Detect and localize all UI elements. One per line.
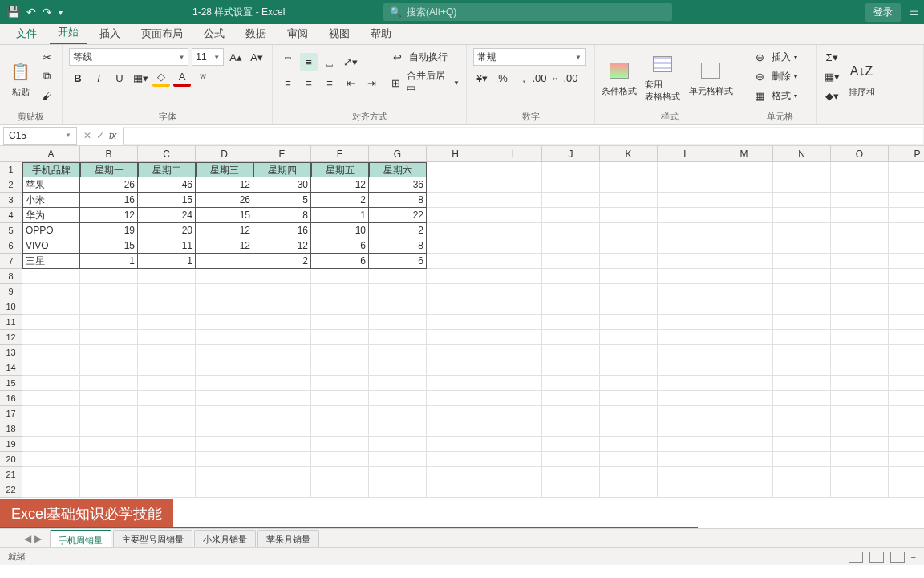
cell[interactable] [196, 254, 253, 269]
format-cells-button[interactable]: ▦格式▾ [751, 87, 809, 104]
cell[interactable] [427, 269, 484, 284]
cell[interactable] [196, 315, 253, 330]
cell[interactable] [427, 482, 484, 498]
cell[interactable] [138, 482, 196, 498]
cell[interactable]: 12 [196, 238, 253, 254]
column-header[interactable]: O [831, 146, 889, 162]
tab-insert[interactable]: 插入 [91, 23, 128, 44]
cell[interactable] [600, 376, 658, 391]
insert-cells-button[interactable]: ⊕插入▾ [751, 48, 809, 66]
decrease-font-icon[interactable]: A▾ [248, 48, 265, 66]
cell[interactable]: 8 [369, 238, 427, 254]
cell[interactable] [715, 376, 773, 391]
cell[interactable] [427, 299, 484, 315]
cell[interactable] [600, 223, 658, 238]
row-header[interactable]: 1 [0, 162, 22, 177]
cell[interactable] [889, 269, 924, 284]
cell[interactable] [253, 269, 311, 284]
row-header[interactable]: 16 [0, 391, 22, 406]
column-header[interactable]: C [138, 146, 196, 162]
tab-review[interactable]: 审阅 [279, 23, 316, 44]
cell[interactable] [658, 437, 715, 452]
cell[interactable] [600, 238, 658, 254]
cell[interactable] [831, 345, 889, 360]
cell[interactable]: 20 [138, 223, 196, 238]
cell[interactable] [196, 360, 253, 376]
cell[interactable] [889, 284, 924, 299]
view-normal-icon[interactable] [849, 552, 863, 563]
row-header[interactable]: 14 [0, 360, 22, 376]
cell[interactable] [600, 437, 658, 452]
cell[interactable] [542, 238, 600, 254]
cell[interactable] [658, 391, 715, 406]
cell[interactable] [80, 437, 138, 452]
cell[interactable] [484, 330, 542, 345]
cell[interactable] [773, 437, 831, 452]
row-header[interactable]: 21 [0, 467, 22, 482]
column-header[interactable]: D [196, 146, 253, 162]
border-icon[interactable]: ▦▾ [132, 69, 149, 87]
cell[interactable] [484, 376, 542, 391]
cell[interactable] [80, 376, 138, 391]
cell[interactable] [831, 223, 889, 238]
cell[interactable] [427, 208, 484, 223]
column-header[interactable]: I [484, 146, 542, 162]
cell[interactable] [773, 452, 831, 467]
cell[interactable] [889, 467, 924, 482]
orientation-icon[interactable]: ⤢▾ [342, 53, 359, 71]
cell[interactable]: 15 [196, 208, 253, 223]
cell[interactable] [427, 345, 484, 360]
cell[interactable] [715, 452, 773, 467]
cell[interactable]: 12 [80, 208, 138, 223]
column-header[interactable]: N [773, 146, 831, 162]
sheet-nav[interactable]: ◀▶ [24, 533, 42, 544]
row-header[interactable]: 9 [0, 284, 22, 299]
cell[interactable] [22, 330, 80, 345]
cell[interactable] [715, 193, 773, 208]
cell[interactable] [484, 193, 542, 208]
fx-icon[interactable]: fx [109, 130, 116, 141]
format-painter-icon[interactable]: 🖌 [38, 87, 55, 104]
cell[interactable] [773, 162, 831, 177]
cell[interactable] [196, 284, 253, 299]
row-header[interactable]: 15 [0, 376, 22, 391]
row-header[interactable]: 4 [0, 208, 22, 223]
cell[interactable] [22, 345, 80, 360]
cell[interactable] [311, 421, 369, 437]
cell[interactable]: 16 [80, 193, 138, 208]
cell[interactable] [138, 315, 196, 330]
cell[interactable] [138, 452, 196, 467]
cell[interactable] [138, 269, 196, 284]
cell[interactable] [600, 406, 658, 421]
font-color-icon[interactable]: A [173, 69, 191, 87]
cell[interactable] [22, 482, 80, 498]
cell[interactable] [831, 254, 889, 269]
cell[interactable] [889, 345, 924, 360]
tab-file[interactable]: 文件 [8, 23, 45, 44]
cell[interactable] [831, 177, 889, 193]
cell[interactable] [831, 315, 889, 330]
column-header[interactable]: P [889, 146, 924, 162]
decrease-indent-icon[interactable]: ⇤ [342, 74, 359, 92]
cell[interactable] [542, 391, 600, 406]
underline-button[interactable]: U [111, 69, 128, 87]
sort-filter-button[interactable]: A↓Z排序和 [844, 55, 879, 98]
cell[interactable] [831, 421, 889, 437]
row-header[interactable]: 10 [0, 299, 22, 315]
cell[interactable] [427, 330, 484, 345]
cell[interactable]: OPPO [22, 223, 80, 238]
cell[interactable] [773, 284, 831, 299]
cell[interactable] [773, 330, 831, 345]
cell[interactable] [773, 482, 831, 498]
cell[interactable] [889, 315, 924, 330]
cell[interactable] [253, 452, 311, 467]
fill-color-icon[interactable]: ◇ [152, 69, 170, 87]
tab-page-layout[interactable]: 页面布局 [133, 23, 191, 44]
row-header[interactable]: 12 [0, 330, 22, 345]
cell[interactable] [542, 177, 600, 193]
cell[interactable]: 46 [138, 177, 196, 193]
cell[interactable] [22, 299, 80, 315]
cell[interactable]: 2 [253, 254, 311, 269]
cell[interactable] [427, 193, 484, 208]
sheet-tab[interactable]: 苹果月销量 [257, 530, 319, 547]
